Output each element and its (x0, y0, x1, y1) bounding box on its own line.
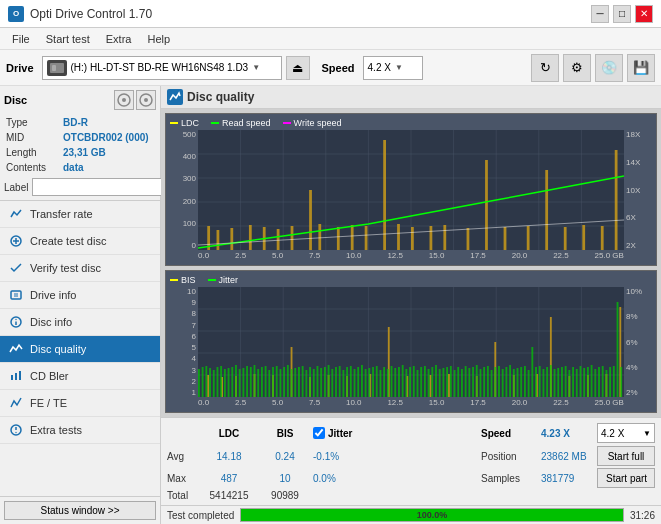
svg-rect-40 (309, 190, 312, 250)
svg-rect-118 (279, 369, 281, 397)
jitter-checkbox[interactable] (313, 427, 325, 439)
svg-rect-104 (228, 368, 230, 397)
avg-jitter: -0.1% (313, 451, 481, 462)
svg-rect-73 (207, 375, 209, 397)
extra-tests-icon (8, 422, 24, 438)
svg-rect-172 (480, 369, 482, 397)
drive-select-box[interactable]: (H:) HL-DT-ST BD-RE WH16NS48 1.D3 ▼ (42, 56, 282, 80)
max-bis: 10 (257, 473, 313, 484)
svg-rect-38 (277, 229, 280, 250)
svg-rect-15 (19, 371, 21, 380)
drive-dropdown-arrow[interactable]: ▼ (252, 63, 260, 72)
svg-rect-134 (339, 366, 341, 397)
nav-item-cd-bler[interactable]: CD Bler (0, 363, 160, 390)
nav-item-create-test-disc[interactable]: Create test disc (0, 228, 160, 255)
svg-rect-50 (467, 228, 470, 250)
drive-label: Drive (6, 62, 34, 74)
settings-button[interactable]: ⚙ (563, 54, 591, 82)
svg-rect-114 (265, 366, 267, 397)
drive-info-icon (8, 287, 24, 303)
svg-rect-142 (368, 368, 370, 397)
nav-item-disc-quality[interactable]: Disc quality (0, 336, 160, 363)
svg-rect-7 (11, 291, 21, 299)
disc-icon-2[interactable] (136, 90, 156, 110)
svg-rect-209 (617, 302, 619, 397)
svg-rect-137 (350, 366, 352, 397)
svg-rect-168 (465, 366, 467, 397)
svg-rect-14 (15, 373, 17, 380)
maximize-button[interactable]: □ (613, 5, 631, 23)
menu-extra[interactable]: Extra (98, 31, 140, 47)
svg-rect-202 (591, 365, 593, 397)
jitter-header: Jitter (328, 428, 352, 439)
stats-area: LDC BIS Jitter Speed 4.23 X 4.2 X ▼ Avg … (161, 417, 661, 505)
svg-rect-105 (231, 367, 233, 397)
disc-icon-1[interactable] (114, 90, 134, 110)
svg-rect-120 (287, 365, 289, 397)
svg-rect-13 (11, 375, 13, 380)
svg-rect-187 (535, 367, 537, 397)
menu-file[interactable]: File (4, 31, 38, 47)
close-button[interactable]: ✕ (635, 5, 653, 23)
svg-rect-35 (230, 228, 233, 250)
svg-rect-163 (446, 367, 448, 397)
svg-rect-123 (298, 367, 300, 397)
start-part-button[interactable]: Start part (597, 468, 655, 488)
svg-rect-46 (397, 224, 400, 250)
speed-dropdown-arrow[interactable]: ▼ (395, 63, 403, 72)
svg-point-3 (144, 98, 148, 102)
nav-item-disc-info[interactable]: Disc info (0, 309, 160, 336)
position-value: 23862 MB (541, 451, 597, 462)
svg-rect-48 (430, 226, 433, 250)
svg-point-18 (15, 432, 16, 433)
svg-rect-57 (601, 226, 604, 250)
nav-item-verify-test-disc[interactable]: Verify test disc (0, 255, 160, 282)
svg-rect-54 (545, 170, 548, 250)
content-header: Disc quality (161, 86, 661, 109)
start-full-button[interactable]: Start full (597, 446, 655, 466)
svg-rect-141 (365, 369, 367, 397)
content-title: Disc quality (187, 90, 254, 104)
nav-item-drive-info[interactable]: Drive info (0, 282, 160, 309)
svg-rect-124 (302, 366, 304, 397)
speed-select-box[interactable]: 4.2 X ▼ (363, 56, 423, 80)
menu-help[interactable]: Help (139, 31, 178, 47)
nav-item-transfer-rate[interactable]: Transfer rate (0, 201, 160, 228)
contents-value: data (63, 161, 154, 174)
svg-rect-52 (504, 227, 507, 250)
svg-rect-86 (448, 374, 450, 397)
status-window-button[interactable]: Status window >> (4, 501, 156, 520)
verify-test-disc-icon (8, 260, 24, 276)
svg-rect-42 (337, 227, 340, 250)
speed-dropdown-arrow-icon[interactable]: ▼ (643, 429, 651, 438)
svg-rect-156 (420, 367, 422, 397)
svg-rect-127 (313, 369, 315, 397)
svg-rect-175 (491, 370, 493, 397)
speed-dropdown-select[interactable]: 4.2 X ▼ (597, 423, 655, 443)
svg-rect-177 (498, 366, 500, 397)
svg-rect-39 (291, 226, 294, 250)
svg-rect-143 (372, 367, 374, 397)
svg-rect-44 (365, 226, 368, 250)
svg-rect-58 (615, 150, 618, 250)
svg-rect-166 (457, 367, 459, 397)
svg-rect-183 (520, 367, 522, 397)
svg-rect-53 (527, 226, 530, 250)
svg-rect-115 (268, 370, 270, 397)
disc-label-input[interactable] (32, 178, 165, 196)
content-header-icon (167, 89, 183, 105)
save-button[interactable]: 💾 (627, 54, 655, 82)
progress-area: Test completed 100.0% 31:26 (161, 505, 661, 524)
chart2-legend-bis: BIS (181, 275, 196, 285)
svg-rect-147 (387, 369, 389, 397)
svg-rect-200 (583, 368, 585, 397)
svg-rect-112 (257, 369, 259, 397)
menu-start-test[interactable]: Start test (38, 31, 98, 47)
disc-button[interactable]: 💿 (595, 54, 623, 82)
eject-button[interactable]: ⏏ (286, 56, 310, 80)
nav-item-extra-tests[interactable]: Extra tests (0, 417, 160, 444)
svg-rect-96 (198, 369, 200, 397)
minimize-button[interactable]: ─ (591, 5, 609, 23)
nav-item-fe-te[interactable]: FE / TE (0, 390, 160, 417)
refresh-button[interactable]: ↻ (531, 54, 559, 82)
